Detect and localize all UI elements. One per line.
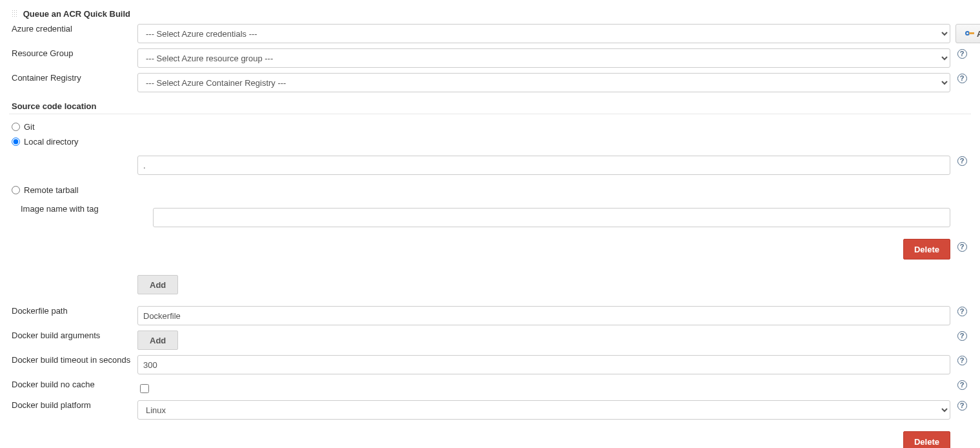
help-icon[interactable]: ? — [957, 331, 967, 341]
delete-image-name-button[interactable]: Delete — [903, 239, 950, 260]
delete-step-button[interactable]: Delete — [903, 431, 950, 448]
radio-local-directory-label: Local directory — [24, 137, 79, 147]
container-registry-select[interactable]: --- Select Azure Container Registry --- — [137, 73, 950, 92]
section-source-location: Source code location — [12, 101, 96, 111]
label-resource-group: Resource Group — [9, 46, 135, 70]
build-no-cache-checkbox[interactable] — [140, 384, 149, 393]
radio-git-label: Git — [24, 122, 35, 132]
help-icon[interactable]: ? — [957, 242, 967, 252]
resource-group-select[interactable]: --- Select Azure resource group --- — [137, 48, 950, 68]
help-icon[interactable]: ? — [957, 356, 967, 365]
radio-git[interactable] — [12, 123, 20, 131]
label-dockerfile-path: Dockerfile path — [9, 303, 135, 328]
label-azure-credential: Azure credential — [9, 21, 135, 46]
help-icon[interactable]: ? — [957, 49, 967, 59]
build-platform-select[interactable]: Linux — [137, 400, 950, 420]
add-credential-button[interactable]: Add — [955, 24, 980, 43]
radio-local-directory[interactable] — [12, 137, 20, 146]
label-build-timeout: Docker build timeout in seconds — [9, 352, 135, 377]
add-image-name-button[interactable]: Add — [137, 275, 178, 294]
help-icon[interactable]: ? — [957, 74, 967, 83]
build-timeout-input[interactable] — [137, 355, 950, 374]
azure-credential-select[interactable]: --- Select Azure credentials --- — [137, 24, 950, 43]
radio-remote-tarball-label: Remote tarball — [24, 185, 79, 195]
key-icon — [965, 30, 974, 37]
drag-handle-icon[interactable] — [12, 10, 18, 17]
add-build-arg-button[interactable]: Add — [137, 331, 178, 350]
section-title: Queue an ACR Quick Build — [23, 9, 130, 19]
label-build-args: Docker build arguments — [9, 328, 135, 352]
help-icon[interactable]: ? — [957, 307, 967, 316]
local-directory-input[interactable] — [137, 156, 950, 175]
help-icon[interactable]: ? — [957, 156, 967, 166]
label-container-registry: Container Registry — [9, 70, 135, 95]
label-build-no-cache: Docker build no cache — [9, 377, 135, 398]
dockerfile-path-input[interactable] — [137, 306, 950, 325]
image-name-tag-input[interactable] — [153, 208, 950, 227]
label-image-name-tag: Image name with tag — [9, 201, 135, 230]
label-build-platform: Docker build platform — [9, 398, 135, 422]
radio-remote-tarball[interactable] — [12, 186, 20, 194]
help-icon[interactable]: ? — [957, 401, 967, 411]
help-icon[interactable]: ? — [957, 380, 967, 390]
